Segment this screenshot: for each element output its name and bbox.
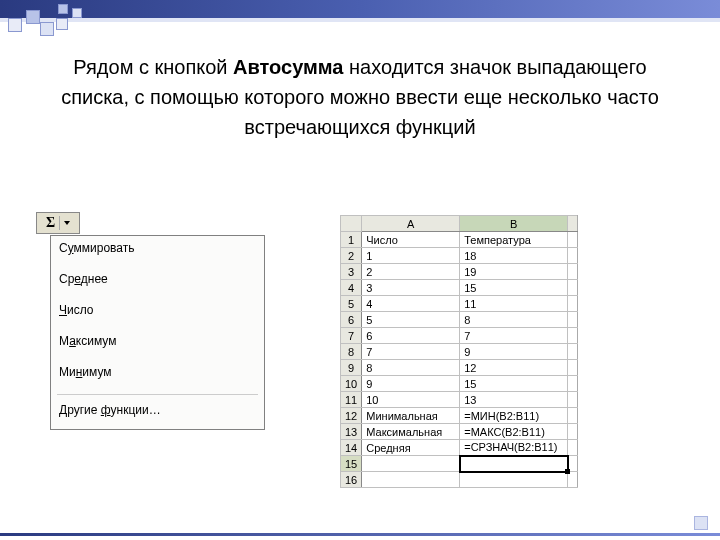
cell[interactable] xyxy=(568,376,578,392)
cell[interactable]: 18 xyxy=(460,248,568,264)
menu-item[interactable]: Минимум xyxy=(53,363,262,386)
cell[interactable]: =МИН(B2:B11) xyxy=(460,408,568,424)
cell[interactable] xyxy=(568,360,578,376)
menu-item[interactable]: Число xyxy=(53,301,262,324)
slide-decoration-bottom xyxy=(0,533,720,536)
cell[interactable]: 8 xyxy=(362,360,460,376)
row-header[interactable]: 14 xyxy=(341,440,362,456)
row-header[interactable]: 9 xyxy=(341,360,362,376)
cell[interactable]: 1 xyxy=(362,248,460,264)
slide-heading: Рядом с кнопкой Автосумма находится знач… xyxy=(48,52,672,142)
row-header[interactable]: 1 xyxy=(341,232,362,248)
autosum-dropdown-menu: СуммироватьСреднееЧислоМаксимумМинимумДр… xyxy=(50,235,265,430)
menu-item[interactable]: Среднее xyxy=(53,270,262,293)
row-header[interactable]: 6 xyxy=(341,312,362,328)
cell[interactable]: Минимальная xyxy=(362,408,460,424)
cell[interactable] xyxy=(568,280,578,296)
chevron-down-icon xyxy=(64,221,70,225)
cell[interactable]: 12 xyxy=(460,360,568,376)
cell[interactable]: 15 xyxy=(460,280,568,296)
cell[interactable]: 4 xyxy=(362,296,460,312)
row-header[interactable]: 2 xyxy=(341,248,362,264)
cell[interactable]: 10 xyxy=(362,392,460,408)
column-header[interactable] xyxy=(568,216,578,232)
cell[interactable]: 5 xyxy=(362,312,460,328)
row-header[interactable]: 10 xyxy=(341,376,362,392)
cell[interactable]: 6 xyxy=(362,328,460,344)
column-header[interactable]: A xyxy=(362,216,460,232)
cell[interactable]: 19 xyxy=(460,264,568,280)
cell[interactable] xyxy=(568,312,578,328)
row-header[interactable]: 8 xyxy=(341,344,362,360)
cell[interactable]: 3 xyxy=(362,280,460,296)
row-header[interactable]: 11 xyxy=(341,392,362,408)
row-header[interactable]: 3 xyxy=(341,264,362,280)
cell[interactable]: 11 xyxy=(460,296,568,312)
heading-text-bold: Автосумма xyxy=(233,56,343,78)
cell[interactable] xyxy=(568,440,578,456)
cell[interactable]: 7 xyxy=(460,328,568,344)
sigma-icon: Σ xyxy=(46,215,55,231)
cell[interactable] xyxy=(568,424,578,440)
cell[interactable]: =СРЗНАЧ(B2:B11) xyxy=(460,440,568,456)
cell[interactable]: 8 xyxy=(460,312,568,328)
cell[interactable] xyxy=(460,472,568,488)
cell[interactable]: 13 xyxy=(460,392,568,408)
cell[interactable]: Максимальная xyxy=(362,424,460,440)
menu-separator xyxy=(57,394,258,395)
cell[interactable] xyxy=(568,472,578,488)
sheet-corner[interactable] xyxy=(341,216,362,232)
row-header[interactable]: 13 xyxy=(341,424,362,440)
column-header[interactable]: B xyxy=(460,216,568,232)
heading-text-pre: Рядом с кнопкой xyxy=(73,56,233,78)
menu-item[interactable]: Суммировать xyxy=(53,239,262,262)
cell[interactable] xyxy=(568,232,578,248)
cell[interactable]: 9 xyxy=(362,376,460,392)
row-header[interactable]: 12 xyxy=(341,408,362,424)
row-header[interactable]: 15 xyxy=(341,456,362,472)
cell[interactable]: Температура xyxy=(460,232,568,248)
cell[interactable] xyxy=(460,456,568,472)
slide-decoration-square xyxy=(694,516,708,530)
row-header[interactable]: 16 xyxy=(341,472,362,488)
row-header[interactable]: 5 xyxy=(341,296,362,312)
cell[interactable]: Средняя xyxy=(362,440,460,456)
cell[interactable]: 15 xyxy=(460,376,568,392)
cell[interactable]: 7 xyxy=(362,344,460,360)
cell[interactable] xyxy=(568,296,578,312)
row-header[interactable]: 4 xyxy=(341,280,362,296)
slide-decoration-top xyxy=(0,0,720,44)
cell[interactable] xyxy=(568,392,578,408)
cell[interactable]: 2 xyxy=(362,264,460,280)
cell[interactable] xyxy=(362,456,460,472)
cell[interactable]: =МАКС(B2:B11) xyxy=(460,424,568,440)
row-header[interactable]: 7 xyxy=(341,328,362,344)
cell[interactable] xyxy=(568,248,578,264)
cell[interactable]: Число xyxy=(362,232,460,248)
cell[interactable] xyxy=(362,472,460,488)
menu-item[interactable]: Другие функции… xyxy=(53,401,262,424)
cell[interactable] xyxy=(568,328,578,344)
cell[interactable] xyxy=(568,344,578,360)
cell[interactable] xyxy=(568,264,578,280)
cell[interactable]: 9 xyxy=(460,344,568,360)
spreadsheet: AB1ЧислоТемпература211832194315541165876… xyxy=(340,215,578,488)
menu-item[interactable]: Максимум xyxy=(53,332,262,355)
cell[interactable] xyxy=(568,408,578,424)
autosum-button[interactable]: Σ xyxy=(36,212,80,234)
